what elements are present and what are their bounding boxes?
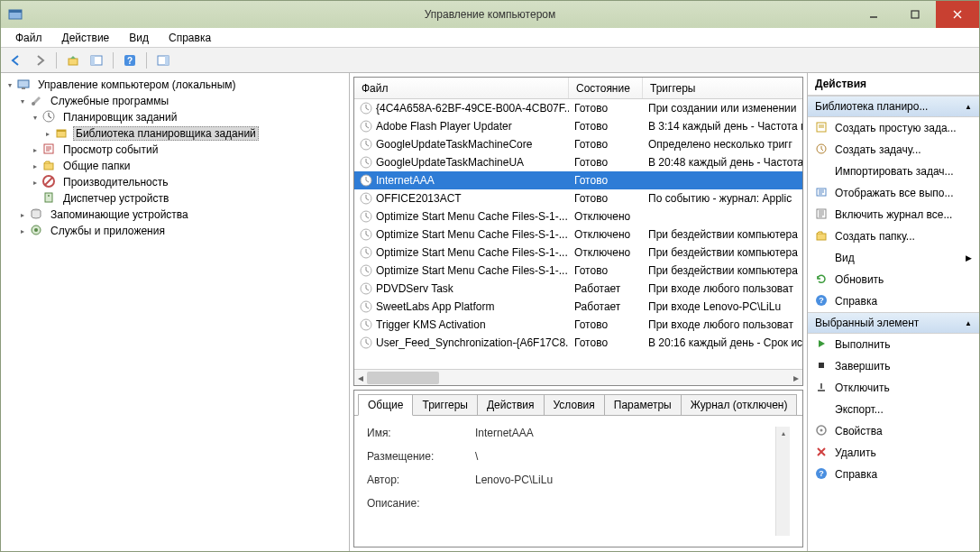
action-label: Создать простую зада... [835,122,957,134]
menu-help[interactable]: Справка [160,30,220,46]
blank-icon [815,251,829,265]
tree-node[interactable]: ▸Общие папки [3,158,347,174]
action-label: Справка [835,468,877,481]
expander-icon[interactable]: ▾ [17,96,28,106]
table-row[interactable]: Trigger KMS ActivationГотовоПри входе лю… [354,316,802,334]
middle-panel: Файл Состояние Триггеры {4C4A658A-62BF-4… [350,73,808,551]
action-item[interactable]: Выполнить [808,334,979,355]
expander-icon[interactable]: ▸ [17,225,28,236]
tree-node[interactable]: ▸Службы и приложения [3,223,347,239]
forward-button[interactable] [30,51,50,70]
tab-settings[interactable]: Параметры [604,394,682,416]
menu-view[interactable]: Вид [120,30,158,46]
tree-panel[interactable]: ▾Управление компьютером (локальным)▾Служ… [1,73,350,551]
action-item[interactable]: Вид▶ [808,247,979,269]
table-row[interactable]: User_Feed_Synchronization-{A6F17C8...Гот… [354,334,802,352]
tab-history[interactable]: Журнал (отключен) [681,394,798,416]
action-item[interactable]: Создать задачу... [808,139,979,161]
action-item[interactable]: Импортировать задач... [808,161,979,182]
column-file[interactable]: Файл [354,78,569,98]
tab-conditions[interactable]: Условия [544,394,605,416]
action-item[interactable]: Удалить [808,442,979,464]
task-name: GoogleUpdateTaskMachineUA [376,156,524,169]
maximize-button[interactable] [894,1,936,28]
expander-icon[interactable]: ▸ [30,161,41,171]
close-button[interactable] [936,1,979,28]
actions-section-selected[interactable]: Выбранный элемент ▲ [808,312,979,334]
action-item[interactable]: Обновить [808,269,979,290]
table-row[interactable]: OFFICE2013ACTГотовоПо событию - журнал: … [354,189,802,207]
action-item[interactable]: ?Справка [808,464,979,485]
show-hide-actions-button[interactable] [153,51,173,70]
action-item[interactable]: Отключить [808,377,979,399]
action-item[interactable]: Создать папку... [808,225,979,247]
expander-icon[interactable] [30,193,41,204]
help-button[interactable]: ? [120,51,140,70]
up-button[interactable] [63,51,83,70]
table-row[interactable]: SweetLabs App PlatformРаботаетПри входе … [354,298,802,316]
column-trigger[interactable]: Триггеры [643,78,802,98]
scroll-left-icon[interactable]: ◂ [354,372,367,384]
scroll-up-icon[interactable]: ▴ [777,427,790,439]
table-row[interactable]: InternetAAAГотово [354,171,802,189]
svg-rect-8 [91,56,95,65]
tree-node[interactable]: ▾Планировщик заданий [3,109,347,125]
tree-node[interactable]: ▸Производительность [3,174,347,190]
horizontal-scrollbar[interactable]: ◂ ▸ [354,369,802,385]
table-row[interactable]: Optimize Start Menu Cache Files-S-1-...О… [354,244,802,262]
expander-icon[interactable]: ▸ [42,128,53,139]
tree-node[interactable]: ▾Управление компьютером (локальным) [3,77,347,93]
table-row[interactable]: {4C4A658A-62BF-49CE-B00A-4CB07F...Готово… [354,99,802,117]
task-state: Работает [569,282,643,295]
show-hide-tree-button[interactable] [87,51,106,70]
table-row[interactable]: Optimize Start Menu Cache Files-S-1-...Г… [354,262,802,280]
table-row[interactable]: Optimize Start Menu Cache Files-S-1-...О… [354,207,802,225]
action-item[interactable]: Свойства [808,420,979,442]
table-row[interactable]: Optimize Start Menu Cache Files-S-1-...О… [354,225,802,244]
expander-icon[interactable]: ▸ [17,209,28,220]
tree-node[interactable]: ▾Служебные программы [3,93,347,109]
action-item[interactable]: Создать простую зада... [808,117,979,139]
tab-actions[interactable]: Действия [477,394,545,416]
menu-file[interactable]: Файл [6,30,51,46]
tree-node[interactable]: ▸Библиотека планировщика заданий [3,125,347,142]
task-state: Готово [569,336,643,349]
tab-general[interactable]: Общие [358,394,413,416]
svg-rect-1 [9,10,22,13]
actions-section-library[interactable]: Библиотека планиро... ▲ [808,96,979,117]
task-state: Готово [569,120,643,133]
expander-icon[interactable]: ▸ [30,177,41,188]
table-row[interactable]: GoogleUpdateTaskMachineUAГотовоВ 20:48 к… [354,153,802,171]
task-state: Отключено [569,228,643,241]
details-scrollbar[interactable]: ▴ [775,427,790,536]
task-list-body[interactable]: {4C4A658A-62BF-49CE-B00A-4CB07F...Готово… [354,99,802,369]
tab-triggers[interactable]: Триггеры [412,394,478,416]
svg-rect-12 [165,56,169,65]
table-row[interactable]: Adobe Flash Player UpdaterГотовоВ 3:14 к… [354,117,802,135]
tree-node[interactable]: ▸Просмотр событий [3,142,347,158]
table-row[interactable]: GoogleUpdateTaskMachineCoreГотовоОпредел… [354,135,802,153]
scroll-right-icon[interactable]: ▸ [790,372,802,384]
action-item[interactable]: Включить журнал все... [808,204,979,225]
perf-icon [42,175,57,189]
show-all-icon [815,186,829,200]
task-icon [360,228,372,241]
table-row[interactable]: PDVDServ TaskРаботаетПри входе любого по… [354,280,802,298]
back-button[interactable] [6,51,26,70]
action-item[interactable]: Отображать все выпо... [808,182,979,204]
expander-icon[interactable]: ▾ [30,112,41,123]
menu-action[interactable]: Действие [53,30,119,46]
task-name: Trigger KMS Activation [376,318,486,331]
scroll-thumb[interactable] [367,372,439,384]
column-state[interactable]: Состояние [569,78,643,98]
action-item[interactable]: ?Справка [808,290,979,312]
chevron-right-icon: ▶ [966,253,972,262]
expander-icon[interactable]: ▸ [30,144,41,155]
expander-icon[interactable]: ▾ [5,79,15,90]
minimize-button[interactable] [853,1,894,28]
tree-node[interactable]: ▸Запоминающие устройства [3,207,347,223]
task-name: Optimize Start Menu Cache Files-S-1-... [376,210,568,223]
tree-node[interactable]: Диспетчер устройств [3,190,347,207]
action-item[interactable]: Завершить [808,355,979,377]
action-item[interactable]: Экспорт... [808,399,979,420]
